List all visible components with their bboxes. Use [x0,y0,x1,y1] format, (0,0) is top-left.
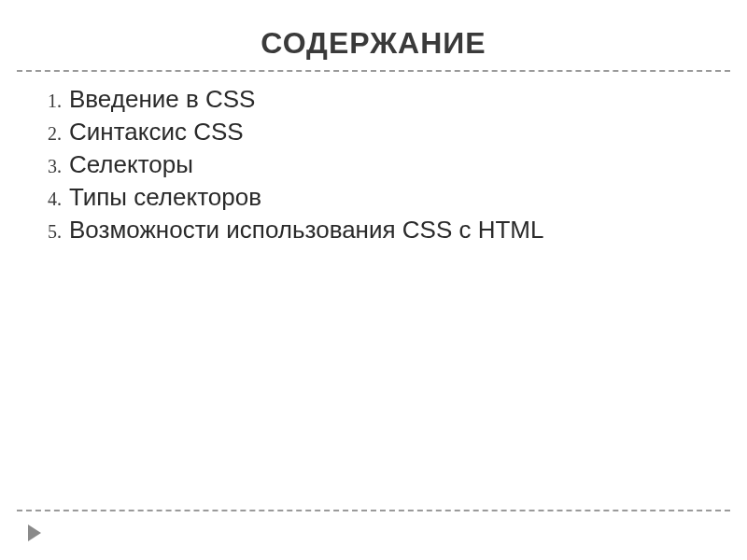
list-item: 1. Введение в CSS [37,85,710,114]
list-item: 4. Типы селекторов [37,183,710,212]
item-text: Селекторы [69,150,193,179]
item-number: 3. [37,156,69,177]
slide-container: СОДЕРЖАНИЕ 1. Введение в CSS 2. Синтакси… [0,0,747,560]
list-item: 2. Синтаксис CSS [37,118,710,147]
item-text: Введение в CSS [69,85,255,114]
list-item: 5. Возможности использования CSS с HTML [37,216,710,245]
list-item: 3. Селекторы [37,150,710,179]
item-number: 5. [37,221,69,243]
item-text: Возможности использования CSS с HTML [69,216,544,245]
item-number: 1. [37,91,69,112]
arrow-right-icon [28,525,41,541]
content-area: 1. Введение в CSS 2. Синтаксис CSS 3. Се… [0,72,747,245]
item-number: 2. [37,123,69,145]
toc-list: 1. Введение в CSS 2. Синтаксис CSS 3. Се… [37,85,710,245]
divider-bottom [17,510,730,511]
item-text: Типы селекторов [69,183,261,212]
page-title: СОДЕРЖАНИЕ [0,0,747,70]
item-number: 4. [37,189,69,210]
item-text: Синтаксис CSS [69,118,244,147]
